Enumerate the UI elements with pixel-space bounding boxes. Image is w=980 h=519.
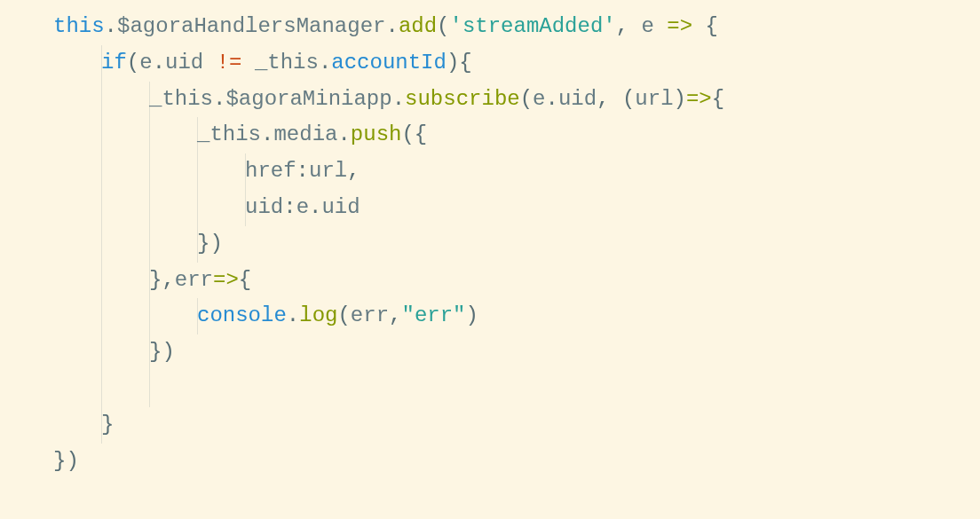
token-punct: }) — [149, 340, 175, 364]
token-punct: . — [546, 87, 558, 111]
token-punct: . — [153, 51, 165, 75]
token-method: subscribe — [405, 87, 520, 111]
line-content: console.log(err,"err") — [53, 303, 478, 327]
token-punct: ) — [466, 303, 478, 327]
indent-guide — [101, 371, 102, 407]
line-content: uid:e.uid — [53, 195, 360, 219]
line-content: if(e.uid != _this.accountId){ — [53, 51, 472, 75]
token-punct: ( — [337, 303, 350, 327]
token-param: _this — [149, 87, 213, 111]
token-operator: => — [667, 14, 692, 38]
token-operator: => — [686, 87, 712, 111]
token-punct: , — [616, 14, 642, 38]
code-line[interactable]: href:url, — [53, 153, 980, 190]
token-keyword: this — [53, 14, 105, 38]
code-line[interactable]: uid:e.uid — [53, 190, 980, 226]
line-content: _this.$agoraMiniapp.subscribe(e.uid, (ur… — [53, 87, 724, 111]
token-punct: . — [213, 87, 225, 111]
token-punct: , — [347, 159, 360, 183]
code-line[interactable]: _this.$agoraMiniapp.subscribe(e.uid, (ur… — [53, 82, 980, 118]
token-param: _this — [197, 122, 261, 146]
token-accountProp: accountId — [331, 51, 447, 75]
token-punct: , — [389, 303, 401, 327]
token-param: err — [351, 303, 389, 327]
code-line[interactable]: }) — [53, 226, 980, 263]
token-punct: }) — [53, 449, 79, 473]
token-punct: . — [105, 14, 117, 38]
line-content: href:url, — [53, 159, 360, 183]
token-string: 'streamAdded' — [450, 14, 616, 38]
code-line[interactable]: },err=>{ — [53, 263, 980, 299]
token-punct — [654, 14, 667, 38]
token-punct: . — [337, 122, 350, 146]
token-operator: => — [213, 268, 239, 292]
token-notequal: != — [217, 51, 242, 75]
token-param: err — [175, 268, 213, 292]
line-content: }) — [53, 449, 79, 473]
token-punct: . — [309, 195, 321, 219]
token-console: console — [197, 303, 287, 327]
token-property: uid — [245, 195, 283, 219]
token-punct: ({ — [401, 122, 427, 146]
token-punct: ){ — [447, 51, 472, 75]
token-punct: } — [101, 413, 114, 436]
token-punct: ( — [127, 51, 139, 75]
token-param: _this — [255, 51, 319, 75]
token-property: uid — [321, 195, 360, 219]
line-content: } — [53, 413, 114, 436]
token-punct: { — [692, 14, 718, 38]
token-param: e — [533, 87, 545, 111]
code-line[interactable]: } — [53, 407, 980, 444]
code-line[interactable]: _this.media.push({ — [53, 117, 980, 153]
code-line[interactable]: if(e.uid != _this.accountId){ — [53, 45, 980, 82]
token-punct: }, — [149, 268, 175, 292]
token-punct: { — [712, 87, 724, 111]
token-punct: }) — [197, 232, 223, 256]
line-content: this.$agoraHandlersManager.add('streamAd… — [53, 14, 718, 38]
token-punct: . — [287, 303, 299, 327]
token-punct: . — [385, 14, 398, 38]
token-punct — [241, 51, 254, 75]
code-editor[interactable]: this.$agoraHandlersManager.add('streamAd… — [0, 9, 980, 479]
line-content: _this.media.push({ — [53, 122, 427, 146]
token-punct: ) — [674, 87, 686, 111]
token-property: uid — [165, 51, 203, 75]
token-keyword: if — [101, 51, 127, 75]
token-param: url — [309, 159, 347, 183]
token-property: $agoraMiniapp — [225, 87, 391, 111]
line-content: }) — [53, 232, 223, 256]
token-param: e — [642, 14, 654, 38]
code-line[interactable]: this.$agoraHandlersManager.add('streamAd… — [53, 9, 980, 45]
code-line[interactable]: }) — [53, 334, 980, 371]
indent-guide — [149, 371, 150, 407]
token-punct: . — [319, 51, 331, 75]
token-punct — [203, 51, 216, 75]
token-punct: { — [239, 268, 251, 292]
token-method: log — [299, 303, 337, 327]
token-method: add — [399, 14, 437, 38]
token-param: e — [139, 51, 152, 75]
token-punct: ( — [520, 87, 533, 111]
token-property: $agoraHandlersManager — [117, 14, 385, 38]
line-content: },err=>{ — [53, 268, 251, 292]
token-punct: : — [296, 159, 309, 183]
token-punct: , ( — [597, 87, 635, 111]
code-line[interactable]: console.log(err,"err") — [53, 298, 980, 334]
line-content: }) — [53, 340, 175, 364]
token-punct: ( — [437, 14, 449, 38]
token-string: "err" — [401, 303, 465, 327]
code-line[interactable]: }) — [53, 444, 980, 480]
token-punct: . — [261, 122, 273, 146]
token-method: push — [351, 122, 402, 146]
token-property: media — [273, 122, 337, 146]
token-punct: : — [283, 195, 296, 219]
token-param: e — [296, 195, 309, 219]
token-param: url — [635, 87, 673, 111]
token-property: href — [245, 159, 296, 183]
code-line[interactable] — [53, 371, 980, 407]
token-punct: . — [392, 87, 405, 111]
token-property: uid — [558, 87, 597, 111]
